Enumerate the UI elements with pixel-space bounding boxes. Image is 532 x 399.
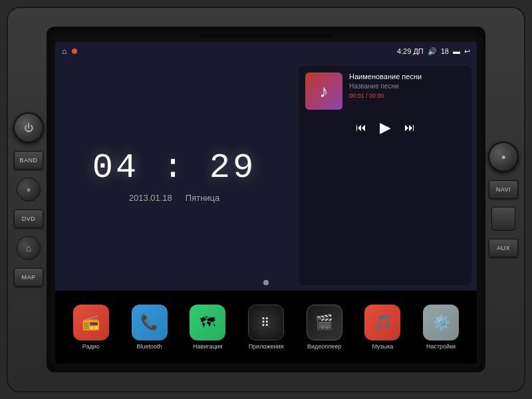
video-label: Видеоплеер: [307, 343, 341, 350]
battery-icon: ▬: [453, 47, 460, 55]
apps-label: Приложения: [249, 343, 284, 350]
radio-label: Радио: [82, 343, 100, 350]
notification-dot: [72, 49, 77, 54]
aux-button[interactable]: AUX: [489, 239, 518, 257]
radio-icon: 📻: [73, 305, 109, 340]
volume-icon: 🔊: [428, 47, 437, 56]
music-artwork: ♪: [305, 72, 342, 110]
home-nav-icon[interactable]: ⌂: [17, 236, 41, 260]
main-content: 04 : 29 2013.01.18 Пятница ♪ Наименовани…: [55, 61, 477, 291]
status-bar: ⌂ 4:29 ДП 🔊 18 ▬ ↩: [55, 42, 477, 61]
navigation-label: Навигация: [193, 343, 222, 350]
dvd-button[interactable]: DVD: [14, 209, 43, 228]
clock-display: 04 : 29: [92, 148, 256, 188]
status-right-info: 4:29 ДП 🔊 18 ▬ ↩: [397, 47, 470, 56]
right-knob[interactable]: ●: [488, 142, 519, 172]
day-value: Пятница: [186, 193, 219, 203]
music-title: Наименование песни: [349, 72, 465, 80]
next-button[interactable]: ⏭: [404, 122, 415, 134]
band-button[interactable]: BAND: [14, 151, 43, 170]
screen-bezel: ⌂ 4:29 ДП 🔊 18 ▬ ↩ 04 : 29 2013.01.18: [47, 27, 485, 372]
settings-label: Настройки: [426, 343, 456, 350]
settings-icon: ⚙️: [423, 305, 459, 340]
music-text: Наименование песни Название песни 00:01 …: [349, 72, 465, 110]
power-knob[interactable]: ⏻: [13, 112, 44, 143]
car-unit: ⏻ BAND ● DVD ⌂ MAP ⌂: [7, 7, 525, 392]
right-nav-icon: [491, 207, 515, 231]
apps-icon: ⠿: [248, 305, 284, 340]
video-icon: 🎬: [307, 305, 342, 340]
date-display: 2013.01.18 Пятница: [129, 193, 220, 203]
cd-slot: [200, 34, 332, 38]
home-status-icon[interactable]: ⌂: [62, 47, 66, 56]
app-navigation[interactable]: 🗺 Навигация: [190, 305, 225, 350]
bluetooth-label: Bluetooth: [137, 343, 162, 350]
play-button[interactable]: ▶: [380, 119, 391, 136]
app-video[interactable]: 🎬 Видеоплеер: [307, 305, 342, 350]
music-controls: ⏮ ▶ ⏭: [305, 119, 465, 136]
map-button[interactable]: MAP: [14, 268, 43, 287]
music-label: Музыка: [372, 343, 393, 350]
app-bluetooth[interactable]: 📞 Bluetooth: [132, 305, 168, 350]
music-section: ♪ Наименование песни Название песни 00:0…: [299, 66, 471, 285]
status-time: 4:29 ДП: [397, 47, 424, 55]
left-controls: ⏻ BAND ● DVD ⌂ MAP: [13, 112, 44, 287]
navigation-icon: 🗺: [190, 305, 225, 340]
bluetooth-icon: 📞: [132, 305, 168, 340]
date-value: 2013.01.18: [129, 193, 172, 203]
app-dock: 📻 Радио 📞 Bluetooth 🗺 Навигация: [55, 291, 477, 364]
app-apps[interactable]: ⠿ Приложения: [248, 305, 284, 350]
clock-section: 04 : 29 2013.01.18 Пятница: [55, 61, 293, 291]
prev-button[interactable]: ⏮: [356, 122, 366, 134]
volume-level: 18: [441, 47, 449, 55]
app-settings[interactable]: ⚙️ Настройки: [423, 305, 459, 350]
android-screen: ⌂ 4:29 ДП 🔊 18 ▬ ↩ 04 : 29 2013.01.18: [55, 42, 477, 364]
disc-icon: ●: [17, 178, 41, 201]
right-controls: ● NAVI AUX: [488, 142, 519, 257]
page-dot-indicator: [263, 280, 269, 285]
music-progress: 00:01 / 00:00: [349, 92, 465, 99]
music-artist: Название песни: [349, 82, 465, 90]
navi-button[interactable]: NAVI: [489, 180, 518, 199]
app-music[interactable]: 🎵 Музыка: [364, 305, 400, 350]
app-radio[interactable]: 📻 Радио: [73, 305, 109, 350]
status-left-icons: ⌂: [62, 47, 77, 56]
music-info: ♪ Наименование песни Название песни 00:0…: [305, 72, 465, 110]
back-icon[interactable]: ↩: [464, 47, 470, 56]
music-icon: 🎵: [364, 305, 400, 340]
